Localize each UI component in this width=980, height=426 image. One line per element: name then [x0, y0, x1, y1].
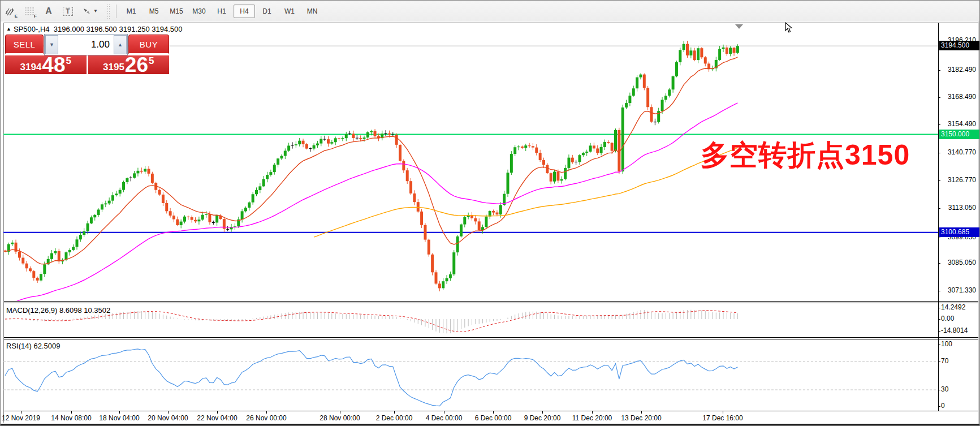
price-badge: 3100.685: [939, 227, 979, 237]
time-axis-tick: [71, 411, 72, 414]
sell-price-display[interactable]: 3194485: [5, 55, 87, 74]
candle-body: [97, 209, 100, 214]
sell-button[interactable]: SELL: [5, 35, 44, 54]
candle-body: [495, 213, 498, 215]
candle-body: [628, 96, 631, 103]
candle-body: [25, 264, 28, 269]
separator-macd-rsi-1[interactable]: [3, 337, 979, 338]
candle-body: [273, 165, 276, 172]
one-click-trade-panel: SELL ▼ 1.00 ▲ BUY 3194485 3195265: [5, 34, 169, 74]
buy-button[interactable]: BUY: [128, 35, 169, 54]
symbol-timeframe: SP500-,H4: [14, 25, 50, 33]
candle-body: [510, 154, 513, 173]
candle-body: [18, 252, 21, 258]
candle-body: [402, 161, 405, 171]
chart-sketch-icon[interactable]: E: [2, 3, 19, 19]
separator-rsi-timeaxis: [3, 411, 979, 411]
candle-body: [374, 131, 377, 136]
volume-decrease-button[interactable]: ▼: [45, 35, 58, 54]
candle-body: [438, 283, 441, 288]
buy-price-display[interactable]: 3195265: [88, 55, 170, 74]
candle-body: [589, 145, 592, 152]
time-axis-tick: [119, 411, 120, 414]
price-axis-label: 3085.050: [948, 259, 976, 266]
timeframe-button-mn[interactable]: MN: [301, 5, 323, 18]
candle-body: [284, 150, 287, 156]
time-axis-label: 17 Dec 16:00: [702, 414, 742, 422]
timeframe-button-h1[interactable]: H1: [211, 5, 232, 18]
candle-body: [11, 243, 14, 244]
candle-body: [79, 235, 82, 239]
scroll-to-end-marker[interactable]: [735, 24, 743, 29]
candle-body: [316, 144, 319, 145]
candle-body: [535, 148, 538, 153]
time-axis-label: 11 Dec 20:00: [572, 414, 612, 422]
candle-body: [64, 252, 67, 260]
price-axis-label: 3154.490: [948, 120, 976, 128]
rsi-axis-label: 0: [941, 402, 945, 410]
toolbar-drag-handle[interactable]: [107, 4, 110, 19]
macd-indicator[interactable]: [3, 303, 938, 337]
candle-body: [485, 217, 487, 227]
candle-body: [133, 173, 136, 178]
time-axis-label: 4 Dec 00:00: [426, 414, 463, 422]
timeframe-button-w1[interactable]: W1: [279, 5, 300, 18]
timeframe-button-d1[interactable]: D1: [256, 5, 278, 18]
candle-body: [119, 190, 122, 194]
text-box-icon[interactable]: T: [59, 3, 76, 19]
candle-body: [208, 214, 211, 222]
candle-body: [298, 141, 301, 144]
price-axis-tick: [938, 124, 940, 125]
candle-body: [255, 190, 258, 194]
candle-body: [241, 211, 244, 219]
time-axis-tick: [21, 411, 21, 414]
candle-body: [295, 144, 297, 145]
candle-body: [83, 231, 85, 235]
price-axis-tick: [938, 263, 940, 264]
candle-body: [287, 145, 290, 150]
candle-body: [417, 202, 420, 212]
candle-body: [460, 225, 463, 236]
candle-body: [679, 50, 681, 62]
price-axis-label: 3071.330: [948, 286, 976, 294]
price-axis-label: 3182.490: [948, 66, 976, 74]
candle-body: [345, 134, 348, 138]
volume-increase-button[interactable]: ▲: [114, 35, 127, 54]
macd-axis-tick: [938, 319, 940, 320]
candle-body: [280, 156, 283, 159]
rsi-indicator[interactable]: [3, 339, 938, 411]
candle-body: [532, 146, 534, 147]
candle-body: [582, 153, 585, 155]
candle-body: [675, 62, 678, 76]
cursor-arrows-icon[interactable]: ▼: [79, 3, 101, 19]
candle-body: [201, 215, 204, 220]
candle-body: [68, 250, 71, 252]
timeframe-button-m30[interactable]: M30: [188, 5, 210, 18]
candle-body: [169, 211, 172, 216]
macd-axis-label: 0.00: [941, 315, 954, 322]
timeframe-button-m1[interactable]: M1: [120, 5, 142, 18]
candle-body: [431, 255, 434, 273]
rsi-axis-tick: [938, 362, 940, 362]
grid-icon[interactable]: F: [21, 3, 38, 19]
time-axis-label: 6 Dec 00:00: [475, 414, 512, 422]
timeframe-button-m15[interactable]: M15: [166, 5, 187, 18]
candle-body: [542, 160, 545, 165]
volume-input[interactable]: 1.00: [59, 35, 113, 55]
candle-body: [29, 268, 32, 271]
candle-body: [205, 214, 208, 215]
timeframe-button-m5[interactable]: M5: [143, 5, 165, 18]
candle-body: [140, 171, 143, 172]
insert-text-icon[interactable]: A: [40, 3, 57, 19]
candle-body: [269, 172, 272, 175]
candle-body: [650, 107, 653, 122]
candle-body: [517, 147, 520, 147]
rsi-axis-tick: [938, 406, 940, 407]
candle-body: [539, 153, 542, 160]
separator-main-macd-1[interactable]: [3, 301, 979, 302]
candle-body: [492, 211, 495, 213]
timeframe-button-h4[interactable]: H4: [234, 5, 255, 18]
candle-body: [266, 175, 269, 179]
candle-body: [718, 49, 721, 60]
time-axis-tick: [641, 411, 642, 414]
